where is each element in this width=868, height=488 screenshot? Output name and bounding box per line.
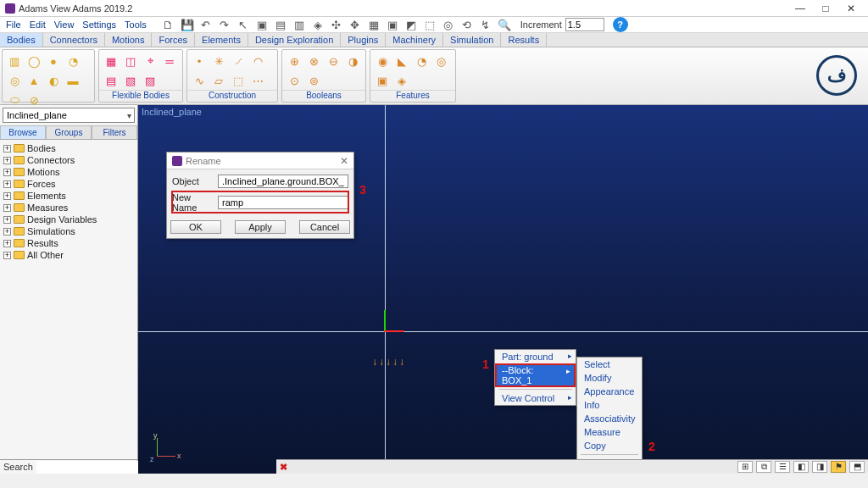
tree-node[interactable]: +Simulations (3, 225, 134, 237)
status-btn-6[interactable]: ⚑ (831, 461, 846, 473)
tree-node[interactable]: +Design Variables (3, 214, 134, 225)
close-button[interactable]: ✕ (839, 1, 863, 16)
arc-icon[interactable]: ◠ (249, 53, 266, 69)
hole-icon[interactable]: ◉ (374, 53, 391, 69)
undo-icon[interactable]: ↶ (198, 17, 214, 32)
tab-plugins[interactable]: Plugins (341, 33, 386, 47)
status-stop-icon[interactable]: ✖ (280, 462, 287, 473)
torus-icon[interactable]: ◎ (6, 72, 23, 89)
tab-connectors[interactable]: Connectors (43, 33, 105, 47)
tab-bodies[interactable]: Bodies (0, 33, 43, 47)
ctx-select[interactable]: Select (577, 358, 642, 371)
link-icon[interactable]: ⬭ (6, 92, 23, 108)
box-icon[interactable]: ▥ (6, 53, 23, 69)
revolve-icon[interactable]: ◐ (45, 72, 62, 89)
plate-icon[interactable]: ▬ (64, 72, 81, 89)
sidebar-tab-filters[interactable]: Filters (92, 125, 137, 139)
ctx-appearance[interactable]: Appearance (577, 385, 642, 398)
box-zoom-icon[interactable]: ⬚ (422, 17, 437, 32)
newname-input[interactable] (218, 196, 348, 209)
ctx-measure[interactable]: Measure (577, 425, 642, 439)
new-icon[interactable]: 🗋 (161, 17, 176, 32)
sidebar-tab-browse[interactable]: Browse (0, 125, 46, 139)
point-icon[interactable]: • (191, 53, 208, 69)
feat6-icon[interactable]: ◈ (393, 72, 410, 89)
cons8-icon[interactable]: ⋯ (249, 72, 266, 89)
tree-node[interactable]: +Motions (3, 166, 134, 178)
cursor-icon[interactable]: ↯ (478, 17, 493, 32)
object-input[interactable] (218, 175, 348, 188)
sidebar-tab-groups[interactable]: Groups (46, 125, 92, 139)
status-btn-1[interactable]: ⊞ (737, 461, 753, 473)
target-icon[interactable]: ◎ (441, 17, 456, 32)
tab-results[interactable]: Results (501, 33, 547, 47)
xyz-icon[interactable]: ⬚ (230, 72, 247, 89)
viewport[interactable]: Inclined_plane ↓↓↓↓↓ y x z Part: ground▸… (138, 105, 868, 474)
ctx-modify[interactable]: Modify (577, 371, 642, 385)
tree-node[interactable]: +Measures (3, 202, 134, 214)
dialog-close-icon[interactable]: ✕ (340, 155, 348, 167)
ctx-copy[interactable]: Copy (577, 439, 642, 452)
ctx-view-control[interactable]: View Control▸ (495, 391, 576, 405)
ctx-block-box1[interactable]: --Block: BOX_1▸ (495, 363, 576, 387)
union-icon[interactable]: ⊕ (286, 53, 303, 69)
ctx-associativity[interactable]: Associativity (577, 412, 642, 425)
cancel-button[interactable]: Cancel (299, 220, 350, 234)
redo-icon[interactable]: ↷ (217, 17, 232, 32)
view-front-icon[interactable]: ▣ (254, 17, 270, 32)
view-right-icon[interactable]: ▤ (273, 17, 288, 32)
extrude-icon[interactable]: ▲ (25, 72, 42, 89)
status-btn-3[interactable]: ☰ (775, 461, 790, 473)
apply-button[interactable]: Apply (235, 220, 286, 234)
flex3-icon[interactable]: ⌖ (142, 53, 159, 69)
flex1-icon[interactable]: ▦ (103, 53, 120, 69)
help-icon[interactable]: ? (613, 17, 628, 32)
menu-edit[interactable]: Edit (27, 19, 48, 30)
spline-icon[interactable]: ∿ (191, 72, 208, 89)
tree-node[interactable]: +Bodies (3, 142, 134, 154)
sphere-icon[interactable]: ● (45, 53, 62, 69)
plane-icon[interactable]: ▱ (210, 72, 227, 89)
increment-input[interactable] (565, 18, 604, 31)
flex4-icon[interactable]: ═ (161, 53, 178, 69)
merge-icon[interactable]: ⊙ (286, 72, 303, 89)
chain-icon[interactable]: ⊚ (305, 72, 322, 89)
pan-icon[interactable]: ✥ (348, 17, 363, 32)
render-icon[interactable]: ◩ (403, 17, 419, 32)
split-icon[interactable]: ▦ (366, 17, 381, 32)
tree-node[interactable]: +Connectors (3, 154, 134, 166)
ctx-info[interactable]: Info (577, 398, 642, 412)
ctx-part-ground[interactable]: Part: ground▸ (495, 350, 576, 363)
zoom-fit-icon[interactable]: ▣ (385, 17, 400, 32)
menu-file[interactable]: File (3, 19, 24, 30)
intersect-icon[interactable]: ⊗ (305, 53, 322, 69)
polyline-icon[interactable]: ⟋ (230, 53, 247, 69)
frustum-icon[interactable]: ◔ (64, 53, 81, 69)
tab-design-exploration[interactable]: Design Exploration (248, 33, 341, 47)
flex5-icon[interactable]: ▤ (103, 72, 120, 89)
menu-view[interactable]: View (52, 19, 77, 30)
tab-machinery[interactable]: Machinery (386, 33, 443, 47)
select-icon[interactable]: ↖ (236, 17, 251, 32)
rotate-icon[interactable]: ⟲ (459, 17, 475, 32)
menu-settings[interactable]: Settings (80, 19, 119, 30)
minimize-button[interactable]: — (788, 1, 812, 16)
pipe-icon[interactable]: ⊘ (25, 92, 42, 108)
flex7-icon[interactable]: ▨ (142, 72, 159, 89)
flex6-icon[interactable]: ▧ (122, 72, 139, 89)
view-iso-icon[interactable]: ◈ (310, 17, 326, 32)
hollow-icon[interactable]: ◎ (432, 53, 449, 69)
tab-simulation[interactable]: Simulation (443, 33, 501, 47)
save-icon[interactable]: 💾 (180, 17, 195, 32)
cylinder-icon[interactable]: ◯ (25, 53, 42, 69)
menu-tools[interactable]: Tools (122, 19, 149, 30)
model-combobox[interactable]: Inclined_plane (3, 108, 135, 123)
tab-forces[interactable]: Forces (152, 33, 195, 47)
subtract-icon[interactable]: ⊖ (325, 53, 342, 69)
tree-node[interactable]: +Results (3, 237, 134, 249)
view-top-icon[interactable]: ▥ (292, 17, 307, 32)
feat5-icon[interactable]: ▣ (374, 72, 391, 89)
tree-node[interactable]: +Forces (3, 178, 134, 190)
maximize-button[interactable]: □ (814, 1, 837, 16)
status-btn-5[interactable]: ◨ (812, 461, 827, 473)
